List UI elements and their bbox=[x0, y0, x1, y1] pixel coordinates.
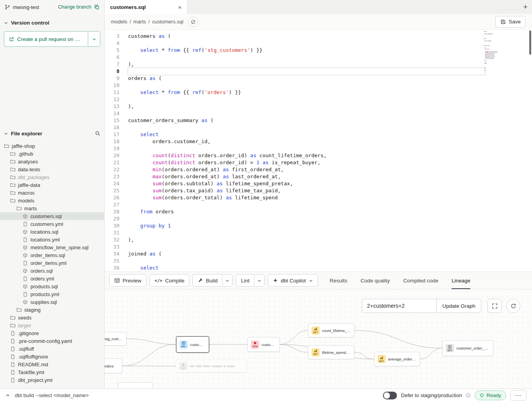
code-line-16[interactable]: 16 bbox=[105, 124, 532, 131]
file-tree-item-staging[interactable]: staging bbox=[0, 306, 104, 314]
expand-console-button[interactable] bbox=[5, 393, 10, 398]
code-line-27[interactable]: 27 bbox=[105, 201, 532, 208]
code-line-34[interactable]: 34joined as ( bbox=[105, 250, 532, 257]
lineage-node-customer_order_metrics[interactable]: QRYcustomer_order_metrics bbox=[442, 340, 493, 356]
file-tree-item--pre-commit-config-yaml[interactable]: .pre-commit-config.yaml bbox=[0, 337, 104, 345]
tab-compiled-code[interactable]: Compiled code bbox=[403, 272, 438, 289]
code-line-17[interactable]: 17 select bbox=[105, 131, 532, 138]
code-line-5[interactable]: 5 select * from {{ ref('stg_customers') … bbox=[105, 47, 532, 54]
code-line-7[interactable]: 7), bbox=[105, 61, 532, 68]
code-line-20[interactable]: 20 count(distinct orders.order_id) as co… bbox=[105, 152, 532, 159]
lineage-node-customers_semantic[interactable]: SEMcustomers bbox=[247, 337, 280, 352]
code-line-3[interactable]: 3customers as ( bbox=[105, 33, 532, 40]
docs-preview-button[interactable] bbox=[188, 17, 198, 27]
compile-button[interactable]: </> Compile bbox=[149, 274, 189, 287]
code-line-35[interactable]: 35 bbox=[105, 257, 532, 264]
lint-dropdown[interactable] bbox=[254, 274, 265, 287]
code-line-9[interactable]: 9orders as ( bbox=[105, 75, 532, 82]
code-editor[interactable]: 3customers as (45 select * from {{ ref('… bbox=[105, 30, 532, 271]
save-button[interactable]: Save bbox=[495, 16, 526, 28]
file-tree-item--gitignore[interactable]: .gitignore bbox=[0, 329, 104, 337]
lineage-node-test_order_items[interactable]: TSTtest_order_items_compute_to_bools... bbox=[176, 360, 247, 373]
code-line-15[interactable]: 15customer_orders_summary as ( bbox=[105, 117, 532, 124]
file-tree-item-readme-md[interactable]: README.md bbox=[0, 360, 104, 368]
file-tree-item-jaffle-data[interactable]: jaffle-data bbox=[0, 181, 104, 189]
search-icon[interactable] bbox=[95, 131, 100, 136]
close-icon[interactable]: × bbox=[178, 4, 181, 10]
file-tree-item-supplies-sql[interactable]: supplies.sql bbox=[0, 298, 104, 306]
create-pr-dropdown[interactable] bbox=[88, 31, 100, 47]
file-tree-item-order-items-yml[interactable]: order_items.yml bbox=[0, 259, 104, 267]
code-line-12[interactable]: 12 bbox=[105, 96, 532, 103]
code-line-4[interactable]: 4 bbox=[105, 40, 532, 47]
code-line-28[interactable]: 28 from orders bbox=[105, 208, 532, 215]
code-line-6[interactable]: 6 bbox=[105, 54, 532, 61]
code-line-19[interactable]: 19 bbox=[105, 145, 532, 152]
create-pr-button[interactable]: Create a pull request on Git... bbox=[4, 31, 88, 47]
dbt-copilot-button[interactable]: dbt Copilot bbox=[268, 274, 318, 287]
file-tree-item-metricflow-time-spine-sql[interactable]: metricflow_time_spine.sql bbox=[0, 243, 104, 251]
file-tree-item-customers-yml[interactable]: customers.yml bbox=[0, 220, 104, 228]
file-tree-item-target[interactable]: target bbox=[0, 321, 104, 329]
code-line-25[interactable]: 25 sum(orders.tax_paid) as lifetime_tax_… bbox=[105, 187, 532, 194]
tab-code-quality[interactable]: Code quality bbox=[361, 272, 390, 289]
lineage-node-partial_bottom[interactable] bbox=[118, 382, 153, 389]
file-tree-item-data-tests[interactable]: data-tests bbox=[0, 165, 104, 173]
code-line-33[interactable]: 33 bbox=[105, 243, 532, 250]
lineage-node-customers_model[interactable]: MDLcustomers bbox=[176, 336, 209, 353]
code-line-22[interactable]: 22 min(orders.ordered_at) as first_order… bbox=[105, 166, 532, 173]
lineage-node-lifetime_spend_pretax[interactable]: METlifetime_spend_pretax bbox=[308, 345, 354, 359]
build-dropdown[interactable] bbox=[222, 274, 233, 287]
scrollbar[interactable] bbox=[529, 30, 531, 55]
info-icon[interactable] bbox=[466, 393, 471, 398]
code-line-31[interactable]: 31 bbox=[105, 229, 532, 236]
minimap[interactable] bbox=[484, 31, 515, 71]
tab-customers-sql[interactable]: customers.sql × bbox=[105, 0, 187, 14]
new-tab-button[interactable]: + bbox=[519, 0, 532, 14]
defer-toggle[interactable] bbox=[383, 392, 397, 399]
code-line-14[interactable]: 14 bbox=[105, 110, 532, 117]
tab-results[interactable]: Results bbox=[330, 272, 347, 289]
file-tree-item-locations-sql[interactable]: locations.sql bbox=[0, 228, 104, 236]
file-tree-item-marts[interactable]: marts bbox=[0, 204, 104, 212]
file-tree-item-models[interactable]: models bbox=[0, 197, 104, 204]
code-line-36[interactable]: 36 select bbox=[105, 264, 532, 271]
file-tree-item-jaffle-shop[interactable]: jaffle-shop bbox=[0, 142, 104, 150]
file-tree-item-dbt-project-yml[interactable]: dbt_project.yml bbox=[0, 376, 104, 384]
file-explorer-header[interactable]: File explorer bbox=[0, 128, 104, 139]
code-line-11[interactable]: 11 select * from {{ ref('orders') }} bbox=[105, 89, 532, 96]
lineage-node-stg_customers[interactable]: MDLstg_customers bbox=[105, 332, 126, 346]
file-tree-item-locations-yml[interactable]: locations.yml bbox=[0, 236, 104, 243]
copy-icon[interactable] bbox=[94, 4, 100, 10]
update-graph-button[interactable]: Update Graph bbox=[436, 299, 481, 313]
code-line-29[interactable]: 29 bbox=[105, 215, 532, 222]
file-tree-item-customers-sql[interactable]: customers.sql bbox=[0, 212, 104, 220]
lineage-node-count_lifetime_orders[interactable]: METcount_lifetime_orders bbox=[308, 323, 354, 337]
file-tree-item-dbt-packages[interactable]: dbt_packages bbox=[0, 173, 104, 181]
file-tree-item--sqlfluffignore[interactable]: .sqlfluffignore bbox=[0, 353, 104, 360]
file-tree-item-seeds[interactable]: seeds bbox=[0, 314, 104, 321]
change-branch-link[interactable]: Change branch bbox=[58, 4, 91, 10]
file-tree-item-orders-sql[interactable]: orders.sql bbox=[0, 267, 104, 275]
code-line-30[interactable]: 30 group by 1 bbox=[105, 222, 532, 229]
file-tree-item-macros[interactable]: macros bbox=[0, 189, 104, 197]
lineage-selector-input[interactable] bbox=[362, 299, 437, 313]
version-control-header[interactable]: Version control bbox=[0, 17, 104, 28]
code-line-32[interactable]: 32), bbox=[105, 236, 532, 243]
file-tree-item-order-items-sql[interactable]: order_items.sql bbox=[0, 251, 104, 259]
code-line-23[interactable]: 23 max(orders.ordered_at) as last_ordere… bbox=[105, 173, 532, 180]
file-tree-item--sqlfluff[interactable]: .sqlfluff bbox=[0, 345, 104, 353]
file-tree-item-products-sql[interactable]: products.sql bbox=[0, 282, 104, 290]
preview-button[interactable]: Preview bbox=[109, 274, 146, 287]
file-tree-item-taskfile-yml[interactable]: Taskfile.yml bbox=[0, 368, 104, 376]
code-line-10[interactable]: 10 bbox=[105, 82, 532, 89]
code-line-21[interactable]: 21 count(distinct orders.order_id) > 1 a… bbox=[105, 159, 532, 166]
code-line-24[interactable]: 24 sum(orders.subtotal) as lifetime_spen… bbox=[105, 180, 532, 187]
more-menu-button[interactable]: ⋯ bbox=[510, 390, 527, 401]
lineage-node-orders[interactable]: MDLorders bbox=[105, 358, 122, 373]
code-line-26[interactable]: 26 sum(orders.order_total) as lifetime_s… bbox=[105, 194, 532, 201]
code-line-8[interactable]: 8 bbox=[105, 68, 532, 75]
code-line-13[interactable]: 13), bbox=[105, 103, 532, 110]
fullscreen-button[interactable] bbox=[488, 299, 502, 313]
code-line-18[interactable]: 18 orders.customer_id, bbox=[105, 138, 532, 145]
